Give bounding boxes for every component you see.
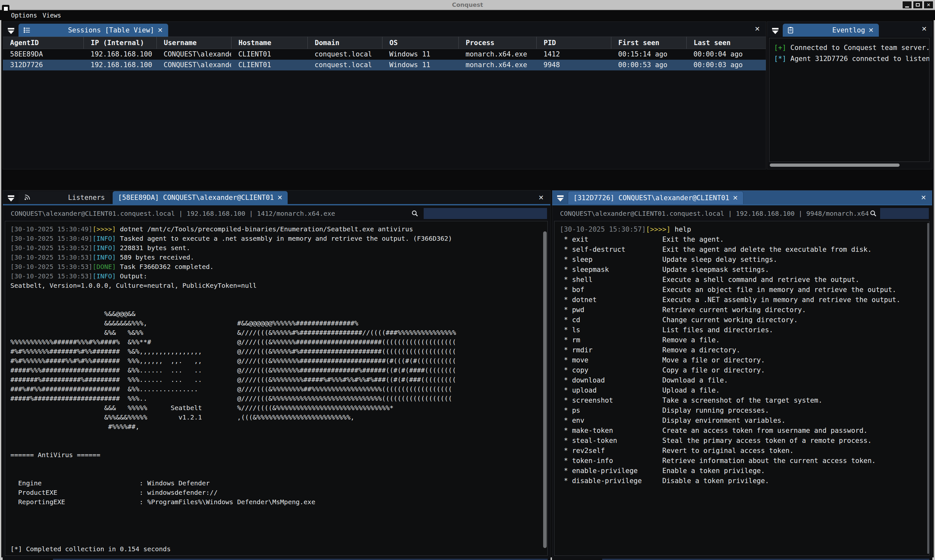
log-line: [30-10-2025 15:30:53][INFO] Output: <box>11 272 547 281</box>
seatbelt-output: Seatbelt, Version=1.0.0.0, Culture=neutr… <box>11 281 547 554</box>
close-tab-icon[interactable]: ✕ <box>157 26 163 34</box>
search-input[interactable] <box>424 208 547 219</box>
minimize-icon <box>905 6 909 8</box>
help-entry: * sleep Update sleep delay settings. <box>560 255 929 265</box>
log-lines-left: [30-10-2025 15:30:49][>>>>] dotnet /mnt/… <box>11 225 547 281</box>
log-line: [30-10-2025 15:30:57][>>>>] help <box>560 225 929 235</box>
close-tab-icon[interactable]: ✕ <box>277 194 283 202</box>
vertical-scrollbar[interactable] <box>927 223 929 554</box>
column-header[interactable]: Process <box>458 37 536 49</box>
command-input[interactable] <box>602 559 929 560</box>
help-entry: * self-destruct Exit the agent and delet… <box>560 245 929 255</box>
maximize-button[interactable] <box>913 1 923 9</box>
right-tabbar: [312D7726] CONQUEST\alexander@CLIENT01 ✕… <box>552 191 932 205</box>
column-header[interactable]: AgentID <box>3 37 83 49</box>
titlebar: Conquest ✕ <box>0 0 935 10</box>
column-header[interactable]: Last seen <box>686 37 766 49</box>
close-icon: ✕ <box>927 2 930 8</box>
sessions-table-body: 58EE89DA192.168.168.100CONQUEST\alexande… <box>3 49 766 71</box>
help-entry: * copy Copy a file or directory. <box>560 365 929 375</box>
close-panel-icon[interactable]: ✕ <box>921 25 927 33</box>
tab-label: Sessions [Table View] <box>68 26 154 34</box>
tab-label: Listeners <box>68 194 105 202</box>
close-tab-icon[interactable]: ✕ <box>869 26 874 34</box>
minimize-button[interactable] <box>902 1 912 9</box>
panel-menu-icon[interactable] <box>7 195 15 202</box>
help-entry: * download Download a file. <box>560 375 929 385</box>
column-header[interactable]: PID <box>536 37 611 49</box>
left-tabbar: Listeners [58EE89DA] CONQUEST\alexander@… <box>3 191 550 205</box>
log-line: [30-10-2025 15:30:49][>>>>] dotnet /mnt/… <box>11 225 547 234</box>
horizontal-scrollbar[interactable] <box>770 163 900 167</box>
panel-menu-icon[interactable] <box>556 195 565 202</box>
help-entry: * rev2self Revert to original access tok… <box>560 446 929 456</box>
help-entry: * sleepmask Update sleepmask settings. <box>560 265 929 275</box>
right-terminal-output: [30-10-2025 15:30:57][>>>>] help * exit … <box>554 221 929 556</box>
help-entry: * dotnet Execute a .NET assembly in memo… <box>560 295 929 305</box>
help-entry: * steal-token Steal the primary access t… <box>560 436 929 446</box>
session-terminal-left: Listeners [58EE89DA] CONQUEST\alexander@… <box>3 190 551 560</box>
app-menu-icon[interactable] <box>2 5 9 12</box>
log-line: [30-10-2025 15:30:52][INFO] 228831 bytes… <box>11 243 547 253</box>
maximize-icon <box>916 3 920 6</box>
column-header[interactable]: First seen <box>611 37 686 49</box>
eventlog-line: [*] Agent 312D7726 connected to listener <box>774 53 929 64</box>
sessions-tabbar: Sessions [Table View] ✕ ✕ <box>3 22 766 37</box>
table-header-row: AgentIDIP (Internal)UsernameHostnameDoma… <box>3 37 766 49</box>
close-window-button[interactable]: ✕ <box>924 1 933 9</box>
tab-session-58EE89DA[interactable]: [58EE89DA] CONQUEST\alexander@CLIENT01 ✕ <box>112 191 288 204</box>
help-entry: * shell Execute a shell command and retr… <box>560 275 929 285</box>
tab-listeners[interactable]: Listeners <box>18 191 110 204</box>
help-entry: * rmdir Remove a directory. <box>560 345 929 355</box>
search-icon[interactable] <box>870 210 877 217</box>
panel-menu-icon[interactable] <box>7 28 15 34</box>
panel-menu-icon[interactable] <box>771 28 779 34</box>
help-entry: * cd Change current working directory. <box>560 315 929 325</box>
column-header[interactable]: Hostname <box>231 37 307 49</box>
tab-session-312D7726[interactable]: [312D7726] CONQUEST\alexander@CLIENT01 ✕ <box>568 191 744 204</box>
table-row[interactable]: 58EE89DA192.168.168.100CONQUEST\alexande… <box>3 49 766 60</box>
help-entry: * make-token Create an access token from… <box>560 426 929 436</box>
log-line: [30-10-2025 15:30:49][INFO] Tasked agent… <box>11 234 547 243</box>
column-header[interactable]: Domain <box>307 37 382 49</box>
column-header[interactable]: OS <box>382 37 458 49</box>
table-row[interactable]: 312D7726192.168.168.100CONQUEST\alexande… <box>3 60 766 71</box>
sessions-table: AgentIDIP (Internal)UsernameHostnameDoma… <box>3 37 766 71</box>
tab-sessions-table-view[interactable]: Sessions [Table View] ✕ <box>18 24 168 37</box>
close-panel-icon[interactable]: ✕ <box>921 194 926 202</box>
log-line: [30-10-2025 15:30:53][INFO] 589 bytes re… <box>11 253 547 262</box>
right-promptbar: [312D7726] <box>554 558 929 560</box>
close-panel-icon[interactable]: ✕ <box>755 25 760 33</box>
help-entry: * screenshot Take a screenshot of the ta… <box>560 395 929 406</box>
eventlog-tabbar: Eventlog ✕ ✕ <box>767 22 932 37</box>
tab-label: [312D7726] CONQUEST\alexander@CLIENT01 <box>573 194 729 202</box>
close-tab-icon[interactable]: ✕ <box>732 194 738 202</box>
tab-eventlog[interactable]: Eventlog ✕ <box>783 24 879 37</box>
workspace: Sessions [Table View] ✕ ✕ AgentIDIP (Int… <box>1 20 934 557</box>
window-controls: ✕ <box>902 1 933 9</box>
column-header[interactable]: IP (Internal) <box>83 37 157 49</box>
session-info: CONQUEST\alexander@CLIENT01.conquest.loc… <box>560 209 870 217</box>
help-entry: * move Move a file or directory. <box>560 355 929 365</box>
close-panel-icon[interactable]: ✕ <box>538 194 544 202</box>
column-header[interactable]: Username <box>157 37 231 49</box>
left-session-infobar: CONQUEST\alexander@CLIENT01.conquest.loc… <box>3 207 550 220</box>
help-entry: * upload Upload a file. <box>560 385 929 395</box>
help-entry: * exit Exit the agent. <box>560 235 929 245</box>
sessions-panel: Sessions [Table View] ✕ ✕ AgentIDIP (Int… <box>3 22 766 169</box>
help-entry: * rm Remove a file. <box>560 335 929 345</box>
eventlog-output: [+] Connected to Conquest team server.[*… <box>769 38 929 162</box>
help-entry: * pwd Retrieve current working directory… <box>560 305 929 315</box>
tab-label: Eventlog <box>832 26 865 34</box>
left-promptbar: [58EE89DA] <box>5 558 548 560</box>
vertical-scrollbar[interactable] <box>543 231 547 548</box>
search-input[interactable] <box>880 208 929 219</box>
eventlog-panel: Eventlog ✕ ✕ [+] Connected to Conquest t… <box>767 22 932 169</box>
help-entry: * env Display environment variables. <box>560 415 929 426</box>
command-input[interactable] <box>53 559 548 560</box>
window-title: Conquest <box>0 0 935 10</box>
log-lines-right: [30-10-2025 15:30:57][>>>>] help <box>560 225 929 235</box>
search-icon[interactable] <box>411 210 419 217</box>
tab-label: [58EE89DA] CONQUEST\alexander@CLIENT01 <box>118 194 274 202</box>
session-terminal-right: [312D7726] CONQUEST\alexander@CLIENT01 ✕… <box>552 190 932 560</box>
